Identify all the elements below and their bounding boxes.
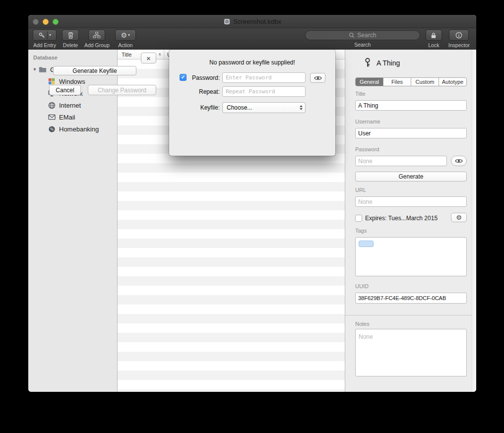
url-field-label: URL (355, 187, 366, 193)
add-group-label: Add Group (84, 42, 110, 48)
sidebar-item-label: Homebanking (59, 125, 99, 133)
lock-label: Lock (428, 42, 439, 48)
svg-text:%: % (50, 127, 53, 131)
title-field-label: Title (355, 91, 365, 97)
sidebar-item-internet[interactable]: Internet (28, 99, 117, 111)
eye-icon (314, 75, 322, 81)
tags-field[interactable] (355, 237, 467, 276)
keyfile-popup-button[interactable]: Choose... (222, 102, 306, 113)
percent-coin-icon: % (47, 125, 56, 133)
expires-settings-button[interactable]: ⚙ (451, 213, 467, 222)
column-title-label: Title (122, 52, 131, 58)
toolbar-add-group: Add Group (84, 30, 110, 48)
gear-icon: ⚙ (121, 32, 127, 39)
dialog-message: No password or keyfile supplied! (169, 59, 335, 66)
add-entry-label: Add Entry (33, 42, 56, 48)
notes-placeholder: None (359, 333, 373, 340)
entry-title-heading: A Thing (377, 59, 400, 67)
windows-icon (47, 77, 56, 86)
inspector-scrollbar[interactable] (472, 50, 476, 392)
sidebar-item-homebanking[interactable]: % Homebanking (28, 123, 117, 135)
inspector-label: Inspector (448, 42, 470, 48)
folder-icon (38, 65, 47, 74)
search-placeholder: Search (357, 32, 376, 39)
zoom-button[interactable] (53, 19, 59, 25)
sidebar-section-header: Database (28, 55, 117, 63)
eye-icon (455, 158, 463, 164)
repeat-password-input[interactable] (222, 86, 306, 97)
username-field[interactable] (355, 128, 467, 138)
generate-password-button[interactable]: Generate (355, 172, 467, 182)
clear-keyfile-button[interactable]: × (141, 53, 156, 63)
add-group-button[interactable] (88, 30, 105, 41)
repeat-label: Repeat: (184, 88, 220, 95)
tab-files[interactable]: Files (383, 78, 411, 86)
tab-general[interactable]: General (356, 78, 383, 86)
notes-label: Notes (355, 321, 370, 327)
tags-label: Tags (355, 228, 367, 234)
toolbar-search: Search Search (305, 30, 420, 48)
tag-chip[interactable] (359, 241, 374, 247)
sidebar-item-label: Internet (59, 102, 81, 109)
minimize-button[interactable] (43, 19, 49, 25)
title-group: Screenshot.kdbx (223, 18, 281, 25)
uuid-field[interactable] (355, 293, 467, 304)
inspector-panel: A Thing General Files Custom Autotype Ti… (345, 50, 476, 392)
close-button[interactable] (33, 19, 39, 25)
password-label: Password: (184, 74, 220, 81)
group-hierarchy-icon (93, 32, 101, 39)
search-input[interactable]: Search (305, 30, 420, 40)
username-field-label: Username (355, 119, 380, 124)
search-label: Search (354, 42, 371, 48)
expires-row: Expires: Tues...March 2015 (355, 213, 467, 223)
key-icon (363, 57, 372, 68)
title-field[interactable] (355, 100, 467, 111)
cancel-button[interactable]: Cancel (49, 85, 81, 95)
toolbar-action: ⚙ ▾ Action (115, 30, 136, 48)
popup-stepper-icon (300, 105, 303, 110)
toolbar: ▾ Add Entry Delete Add Group (28, 28, 476, 50)
sidebar: Database ▼ General 2 Windows (28, 50, 118, 392)
document-icon (223, 18, 231, 25)
sidebar-item-label: Windows (59, 78, 85, 85)
inspector-header: A Thing (363, 57, 400, 68)
disclosure-triangle-icon[interactable]: ▼ (31, 67, 38, 72)
sort-ascending-icon: ∧ (158, 52, 161, 57)
sidebar-item-email[interactable]: EMail (28, 111, 117, 123)
add-entry-button[interactable]: ▾ (33, 30, 57, 41)
expires-checkbox[interactable] (355, 215, 362, 222)
generate-keyfile-button[interactable]: Generate Keyfile (53, 66, 136, 75)
chevron-down-icon: ▾ (128, 33, 130, 37)
trash-icon (67, 31, 74, 39)
sidebar-item-label: EMail (59, 114, 75, 121)
inspector-button[interactable] (449, 30, 469, 41)
search-icon (349, 32, 355, 38)
change-password-button[interactable]: Change Password (88, 85, 156, 95)
info-icon (455, 32, 462, 39)
chevron-down-icon: ▾ (49, 33, 51, 37)
split-divider (47, 31, 48, 39)
tab-custom[interactable]: Custom (411, 78, 439, 86)
globe-icon (47, 101, 56, 110)
delete-button[interactable] (62, 30, 79, 41)
toolbar-inspector: Inspector (448, 30, 470, 48)
reveal-password-button[interactable] (310, 73, 325, 83)
toolbar-add-entry: ▾ Add Entry (33, 30, 57, 48)
notes-field[interactable]: None (355, 329, 467, 376)
action-button[interactable]: ⚙ ▾ (115, 30, 136, 41)
keyfile-popup-value: Choose... (227, 104, 252, 111)
tab-autotype[interactable]: Autotype (439, 78, 466, 86)
traffic-lights (33, 19, 59, 25)
delete-label: Delete (63, 42, 78, 48)
reveal-password-button[interactable] (451, 156, 467, 166)
window-title: Screenshot.kdbx (233, 18, 281, 25)
inspector-divider (345, 315, 472, 315)
toolbar-lock: Lock (426, 30, 442, 48)
lock-button[interactable] (426, 30, 442, 41)
keyfile-label: Keyfile: (184, 104, 220, 111)
expires-label: Expires: Tues...March 2015 (365, 215, 438, 222)
password-input[interactable] (222, 72, 306, 83)
key-plus-icon (38, 32, 46, 39)
password-field[interactable] (355, 156, 447, 166)
url-field[interactable] (355, 196, 467, 207)
